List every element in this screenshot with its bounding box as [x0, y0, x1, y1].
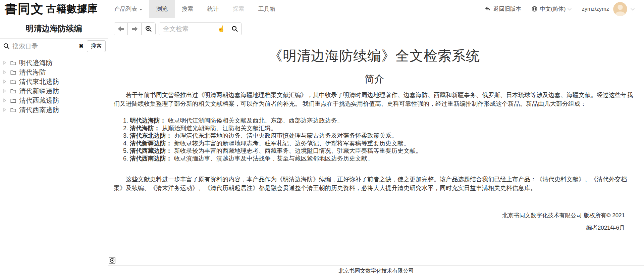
tree-expand-icon[interactable] [3, 89, 6, 93]
tree-expand-icon[interactable] [3, 98, 6, 102]
menu-item-browse[interactable]: 浏览 [149, 0, 175, 18]
user-avatar[interactable] [613, 2, 627, 16]
fulltext-search-input[interactable] [163, 25, 216, 33]
handwriting-input-icon[interactable]: ☝ [218, 25, 225, 33]
language-selector[interactable]: 中文(简体) [526, 5, 576, 13]
main-menu: 产品列表 浏览 搜索 统计 探索 工具箱 [107, 0, 282, 18]
menu-item-label: 产品列表 [114, 5, 137, 13]
logo-text: 古籍數據庫 [46, 2, 98, 16]
language-label: 中文(简体) [540, 5, 566, 13]
tree-expand-icon[interactable] [3, 80, 6, 84]
list-term: 明代边海防： [130, 117, 166, 124]
menu-item-label: 搜索 [182, 5, 193, 13]
list-desc: 新收录较为丰富的西藏地理志考、西藏事务、边境隘口情况、驻藏大臣奏稿等重要历史文献… [174, 147, 422, 154]
arrow-left-icon [117, 26, 124, 32]
menu-item-statistics[interactable]: 统计 [200, 0, 226, 18]
page-subtitle: 简介 [114, 73, 635, 86]
folder-icon [10, 79, 16, 84]
tree-expand-icon[interactable] [3, 108, 6, 112]
list-desc: 从顺治到道光朝海防、江防相关文献汇辑。 [162, 125, 277, 132]
content-toolbar: ☝ [114, 22, 644, 35]
list-item: 清代西藏边防：新收录较为丰富的西藏地理志考、西藏事务、边境隘口情况、驻藏大臣奏稿… [130, 147, 635, 155]
fulltext-search-button[interactable] [228, 23, 241, 35]
list-desc: 新收录较为丰富的新疆地理志考、驻军札记、边务笔记、伊犁将军奏稿等重要历史文献。 [174, 140, 410, 147]
search-icon [3, 43, 10, 49]
sidebar: 明清边海防续编 ✖ 搜索 明代邊海防 清代海防 清代東北邊防 清代新疆邊防 [0, 18, 108, 276]
folder-icon [10, 89, 16, 94]
tree-item-qing-xinjiang-border[interactable]: 清代新疆邊防 [3, 86, 108, 96]
folder-icon [10, 107, 16, 112]
chevron-down-icon [631, 6, 634, 10]
folder-icon [10, 70, 16, 75]
top-navbar: 書同文 古籍數據庫 产品列表 浏览 搜索 统计 探索 工具箱 返回旧版本 [0, 0, 644, 18]
catalog-search-input[interactable] [12, 43, 75, 50]
tree-item-qing-sea-defense[interactable]: 清代海防 [3, 67, 108, 77]
copyright-line: 北京书同文数字化技术有限公司 版权所有© 2021 [114, 209, 625, 222]
menu-item-label: 浏览 [156, 5, 168, 13]
tree-item-label: 清代西南邊防 [19, 105, 59, 114]
tree-item-label: 明代邊海防 [19, 58, 53, 67]
list-desc: 收录滇缅边事、滇越边事及中法战争，甚至与藏区紧邻地区边务历史文献。 [174, 155, 373, 162]
menu-item-label: 探索 [233, 5, 244, 13]
tree-item-label: 清代東北邊防 [19, 77, 59, 86]
fulltext-search-wrap: ☝ [159, 23, 228, 35]
fulltext-search-group: ☝ [159, 22, 242, 35]
main-panel: ☝ 《明清边海防续编》全文检索系统 简介 若干年前书同文曾经推出过《明清两朝边塞… [108, 18, 644, 276]
list-item: 清代东北边防：办理清代东北禁地的边务、清中央政府审慎处理与蒙古边务及对藩务怀柔政… [130, 132, 635, 140]
footer-company-name: 北京书同文数字化技术有限公司 [339, 268, 414, 275]
product-title: 明清边海防续编 [0, 18, 108, 39]
forward-button[interactable] [128, 23, 142, 35]
list-item: 明代边海防：收录明代江浙闽防倭相关文献及西北、东部、西部边塞边政边务。 [130, 117, 635, 125]
nav-button-group [114, 22, 156, 35]
return-old-version-link[interactable]: 返回旧版本 [479, 5, 527, 13]
sidebar-collapse-button[interactable] [109, 257, 115, 264]
caret-down-icon [140, 9, 142, 10]
catalog-search-button[interactable]: 搜索 [87, 40, 106, 52]
list-desc: 收录明代江浙闽防倭相关文献及西北、东部、西部边塞边政边务。 [168, 117, 343, 124]
folder-icon [10, 60, 16, 65]
intro-paragraph-2: 这些文献史料进一步丰富了原有资料的内容，本产品作为《明清边海防》续编，正好弥补了… [114, 175, 635, 192]
chevron-down-icon [568, 6, 572, 10]
tree-expand-icon[interactable] [3, 61, 6, 65]
menu-item-search[interactable]: 搜索 [175, 0, 200, 18]
list-term: 清代东北边防： [130, 132, 172, 139]
list-item: 清代海防：从顺治到道光朝海防、江防相关文献汇辑。 [130, 125, 635, 132]
zoom-in-icon [145, 25, 152, 33]
tree-expand-icon[interactable] [3, 70, 6, 74]
tree-item-qing-southwest-border[interactable]: 清代西南邊防 [3, 105, 108, 114]
tree-item-ming-border-sea-defense[interactable]: 明代邊海防 [3, 58, 108, 67]
menu-item-product-list[interactable]: 产品列表 [107, 0, 149, 18]
list-term: 清代西藏边防： [130, 147, 172, 154]
app-logo[interactable]: 書同文 古籍數據庫 [0, 0, 107, 18]
tree-item-label: 清代新疆邊防 [19, 87, 59, 96]
user-menu[interactable]: zymz\zymz [576, 2, 639, 16]
zoom-button[interactable] [142, 23, 155, 35]
tree-item-qing-northeast-border[interactable]: 清代東北邊防 [3, 77, 108, 86]
navbar-right: 返回旧版本 中文(简体) zymz\zymz [479, 0, 644, 18]
username-label: zymz\zymz [582, 6, 609, 12]
logo-calligraphy-text: 書同文 [5, 3, 44, 15]
intro-paragraph-1: 若干年前书同文曾经推出过《明清两朝边塞海疆地理档案文献汇编》，其中收录了明清时周… [114, 91, 635, 108]
menu-item-explore: 探索 [226, 0, 251, 18]
feature-list: 明代边海防：收录明代江浙闽防倭相关文献及西北、东部、西部边塞边政边务。 清代海防… [114, 117, 635, 162]
menu-item-toolbox[interactable]: 工具箱 [251, 0, 282, 18]
search-icon [231, 26, 238, 32]
globe-icon [532, 6, 537, 12]
document-body: 《明清边海防续编》全文检索系统 简介 若干年前书同文曾经推出过《明清两朝边塞海疆… [108, 47, 644, 234]
editor-date-line: 编者2021年6月 [114, 222, 625, 234]
menu-item-label: 统计 [207, 5, 219, 13]
page-title: 《明清边海防续编》全文检索系统 [114, 47, 635, 65]
reply-arrow-icon [485, 6, 491, 12]
tree-item-label: 清代海防 [19, 68, 46, 77]
clear-search-icon[interactable]: ✖ [75, 43, 87, 50]
copyright-block: 北京书同文数字化技术有限公司 版权所有© 2021 编者2021年6月 [114, 209, 625, 234]
list-item: 清代新疆边防：新收录较为丰富的新疆地理志考、驻军札记、边务笔记、伊犁将军奏稿等重… [130, 140, 635, 147]
menu-item-label: 工具箱 [258, 5, 275, 13]
catalog-search-bar: ✖ 搜索 [0, 39, 108, 54]
catalog-tree: 明代邊海防 清代海防 清代東北邊防 清代新疆邊防 清代西藏邊防 清代西南邊防 [0, 54, 108, 114]
list-term: 清代海防： [130, 125, 160, 132]
page-footer: 北京书同文数字化技术有限公司 [108, 266, 644, 276]
tree-item-qing-tibet-border[interactable]: 清代西藏邊防 [3, 96, 108, 105]
tree-item-label: 清代西藏邊防 [19, 96, 59, 105]
back-button[interactable] [114, 23, 128, 35]
